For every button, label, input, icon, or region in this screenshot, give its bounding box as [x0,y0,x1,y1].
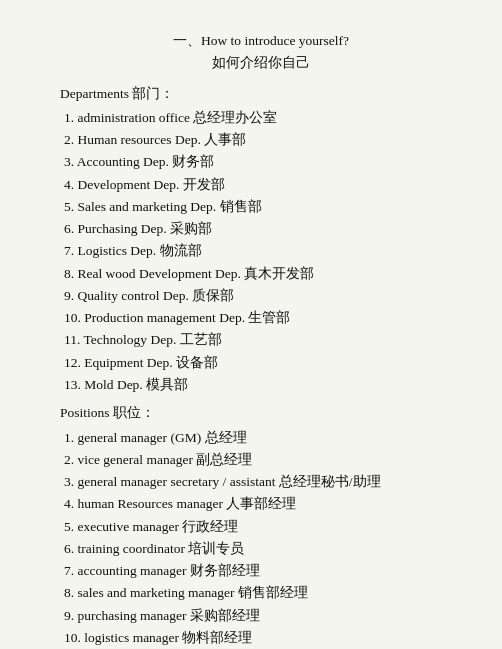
department-item: 6. Purchasing Dep. 采购部 [64,218,462,240]
department-item: 3. Accounting Dep. 财务部 [64,151,462,173]
department-item: 7. Logistics Dep. 物流部 [64,240,462,262]
position-item: 1. general manager (GM) 总经理 [64,427,462,449]
department-item: 10. Production management Dep. 生管部 [64,307,462,329]
title-line2: 如何介绍你自己 [60,52,462,74]
departments-label: Departments 部门： [60,83,462,105]
department-item: 11. Technology Dep. 工艺部 [64,329,462,351]
departments-list: 1. administration office 总经理办公室2. Human … [60,107,462,396]
department-item: 5. Sales and marketing Dep. 销售部 [64,196,462,218]
position-item: 8. sales and marketing manager 销售部经理 [64,582,462,604]
department-item: 2. Human resources Dep. 人事部 [64,129,462,151]
position-item: 4. human Resources manager 人事部经理 [64,493,462,515]
department-item: 8. Real wood Development Dep. 真木开发部 [64,263,462,285]
position-item: 7. accounting manager 财务部经理 [64,560,462,582]
department-item: 9. Quality control Dep. 质保部 [64,285,462,307]
department-item: 13. Mold Dep. 模具部 [64,374,462,396]
title-line1: 一、How to introduce yourself? [60,30,462,52]
department-item: 12. Equipment Dep. 设备部 [64,352,462,374]
positions-list: 1. general manager (GM) 总经理2. vice gener… [60,427,462,649]
position-item: 9. purchasing manager 采购部经理 [64,605,462,627]
positions-label: Positions 职位： [60,402,462,424]
department-item: 1. administration office 总经理办公室 [64,107,462,129]
position-item: 10. logistics manager 物料部经理 [64,627,462,649]
title-block: 一、How to introduce yourself? 如何介绍你自己 [60,30,462,75]
position-item: 2. vice general manager 副总经理 [64,449,462,471]
position-item: 5. executive manager 行政经理 [64,516,462,538]
position-item: 3. general manager secretary / assistant… [64,471,462,493]
department-item: 4. Development Dep. 开发部 [64,174,462,196]
position-item: 6. training coordinator 培训专员 [64,538,462,560]
